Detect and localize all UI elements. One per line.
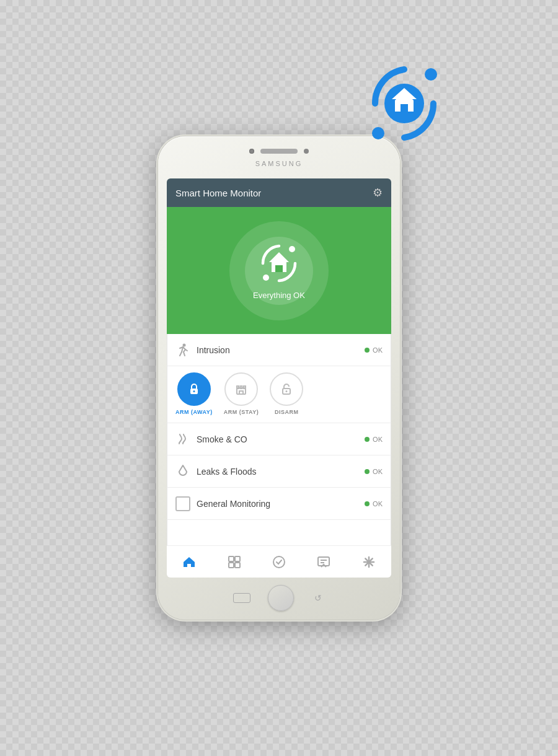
app-title: Smart Home Monitor	[175, 188, 261, 198]
general-status-dot	[365, 501, 370, 506]
arm-away-button[interactable]	[177, 372, 211, 406]
arm-stay-label: ARM (STAY)	[224, 409, 259, 415]
nav-dashboard[interactable]	[211, 546, 256, 578]
scene: SAMSUNG Smart Home Monitor ⚙	[68, 37, 490, 719]
intrusion-label: Intrusion	[197, 345, 365, 355]
svg-point-11	[183, 343, 186, 346]
svg-rect-22	[235, 556, 240, 561]
nav-activity[interactable]	[301, 546, 346, 578]
general-status: OK	[365, 500, 383, 508]
app-header: Smart Home Monitor ⚙	[167, 178, 391, 207]
list-content: Intrusion OK	[167, 334, 391, 545]
smartthings-logo	[356, 56, 453, 154]
general-status-text: OK	[373, 500, 383, 508]
svg-marker-9	[269, 252, 289, 262]
phone-bottom-bezel: ↺	[233, 585, 325, 611]
smoke-status: OK	[365, 436, 383, 443]
list-item-intrusion[interactable]: Intrusion OK	[167, 334, 391, 366]
disarm-wrap[interactable]: DISARM	[270, 372, 303, 415]
smoke-status-dot	[365, 437, 370, 442]
svg-point-1	[372, 127, 384, 139]
status-label: Everything OK	[253, 291, 305, 300]
svg-rect-23	[229, 563, 234, 568]
settings-icon[interactable]: ⚙	[373, 186, 383, 200]
samsung-brand: SAMSUNG	[255, 160, 303, 167]
svg-rect-18	[239, 391, 243, 394]
status-banner: Everything OK	[167, 207, 391, 334]
status-icon-wrap[interactable]	[257, 241, 301, 286]
smoke-icon	[175, 432, 190, 447]
nav-home[interactable]	[167, 546, 211, 578]
bottom-nav	[167, 545, 391, 578]
phone-top-bezel	[249, 149, 309, 154]
phone-nav-btn-left[interactable]	[233, 593, 250, 603]
arm-stay-button[interactable]	[224, 372, 258, 406]
leaks-status-text: OK	[373, 468, 383, 475]
leaks-label: Leaks & Floods	[197, 467, 365, 477]
svg-point-13	[193, 390, 195, 392]
leaks-status: OK	[365, 468, 383, 475]
intrusion-status-text: OK	[373, 346, 383, 354]
svg-point-7	[263, 275, 269, 281]
leaks-status-dot	[365, 469, 370, 474]
svg-rect-21	[229, 556, 234, 561]
camera-dot-right	[304, 149, 309, 154]
list-item-smoke[interactable]: Smoke & CO OK	[167, 423, 391, 455]
phone-home-btn[interactable]	[268, 585, 294, 611]
phone-shell: SAMSUNG Smart Home Monitor ⚙	[158, 136, 400, 620]
svg-point-6	[289, 246, 295, 252]
nav-marketplace[interactable]	[347, 546, 391, 578]
intrusion-status-dot	[365, 348, 370, 353]
arm-stay-wrap[interactable]: ARM (STAY)	[224, 372, 259, 415]
svg-rect-10	[275, 265, 283, 272]
phone-screen: Smart Home Monitor ⚙	[167, 178, 391, 578]
svg-point-20	[286, 390, 288, 392]
smoke-label: Smoke & CO	[197, 434, 365, 444]
svg-rect-5	[401, 104, 408, 112]
arm-away-wrap[interactable]: ARM (AWAY)	[175, 372, 213, 415]
svg-point-0	[425, 68, 437, 81]
phone-back-btn[interactable]: ↺	[311, 593, 325, 603]
svg-rect-24	[235, 563, 240, 568]
disarm-button[interactable]	[270, 372, 303, 406]
arm-away-label: ARM (AWAY)	[175, 409, 213, 415]
camera-dot-left	[249, 149, 254, 154]
intrusion-status: OK	[365, 346, 383, 354]
intrusion-icon	[175, 343, 190, 358]
svg-point-25	[273, 556, 285, 568]
speaker-grill	[260, 149, 298, 154]
list-item-leaks[interactable]: Leaks & Floods OK	[167, 455, 391, 488]
list-item-general[interactable]: General Monitoring OK	[167, 488, 391, 520]
general-label: General Monitoring	[197, 499, 365, 509]
general-icon	[175, 496, 190, 511]
smoke-status-text: OK	[373, 436, 383, 443]
arm-buttons-row: ARM (AWAY)	[167, 366, 391, 423]
disarm-label: DISARM	[275, 409, 299, 415]
leaks-icon	[175, 464, 190, 479]
nav-automation[interactable]	[257, 546, 301, 578]
